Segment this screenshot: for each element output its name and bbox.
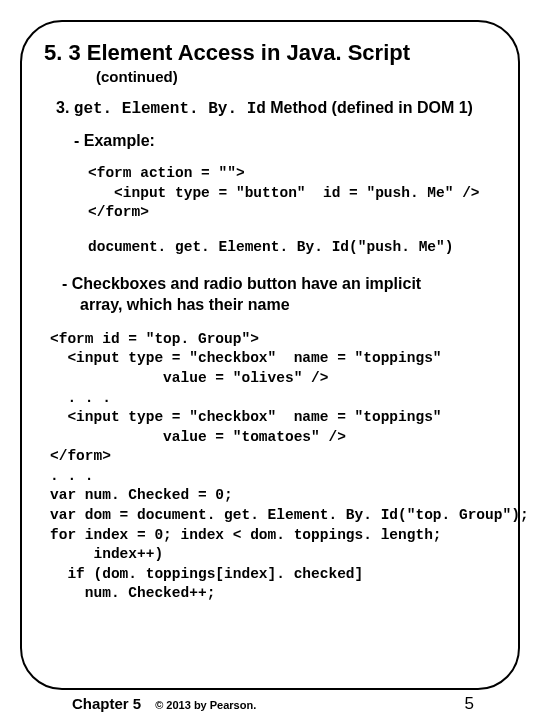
section-suffix: Method (defined in DOM 1) (266, 99, 473, 116)
note-line-1: - Checkboxes and radio button have an im… (62, 273, 496, 295)
code-line: value = "olives" /> (50, 370, 328, 386)
code-line: value = "tomatoes" /> (50, 429, 346, 445)
page-number: 5 (465, 694, 474, 714)
slide-footer: Chapter 5 © 2013 by Pearson. 5 (0, 694, 540, 714)
implicit-array-note: - Checkboxes and radio button have an im… (62, 273, 496, 316)
code-line: <form id = "top. Group"> (50, 331, 259, 347)
note-line-2: array, which has their name (80, 294, 496, 316)
code-line: for index = 0; index < dom. toppings. le… (50, 527, 442, 543)
code-line: index++) (50, 546, 163, 562)
section-3-heading: 3. get. Element. By. Id Method (defined … (56, 99, 496, 118)
code-line: var dom = document. get. Element. By. Id… (50, 507, 529, 523)
code-line: <input type = "button" id = "push. Me" /… (88, 185, 480, 201)
slide-title: 5. 3 Element Access in Java. Script (44, 40, 496, 66)
code-line: <form action = ""> (88, 165, 245, 181)
code-line: </form> (50, 448, 111, 464)
code-line: num. Checked++; (50, 585, 215, 601)
code-line: if (dom. toppings[index]. checked] (50, 566, 363, 582)
code-line: var num. Checked = 0; (50, 487, 233, 503)
code-line: </form> (88, 204, 149, 220)
copyright-text: © 2013 by Pearson. (155, 699, 256, 711)
code-line: <input type = "checkbox" name = "topping… (50, 350, 442, 366)
code-line: . . . (50, 468, 94, 484)
code-example-1: <form action = ""> <input type = "button… (88, 164, 496, 223)
code-line: . . . (50, 390, 111, 406)
slide-subtitle: (continued) (96, 68, 496, 85)
method-name: get. Element. By. Id (74, 100, 266, 118)
example-label: - Example: (74, 132, 496, 150)
code-line: <input type = "checkbox" name = "topping… (50, 409, 442, 425)
chapter-label: Chapter 5 (72, 695, 141, 712)
document-call: document. get. Element. By. Id("push. Me… (88, 239, 496, 255)
code-example-2: <form id = "top. Group"> <input type = "… (50, 330, 496, 604)
section-prefix: 3. (56, 99, 74, 116)
slide-frame: 5. 3 Element Access in Java. Script (con… (20, 20, 520, 690)
